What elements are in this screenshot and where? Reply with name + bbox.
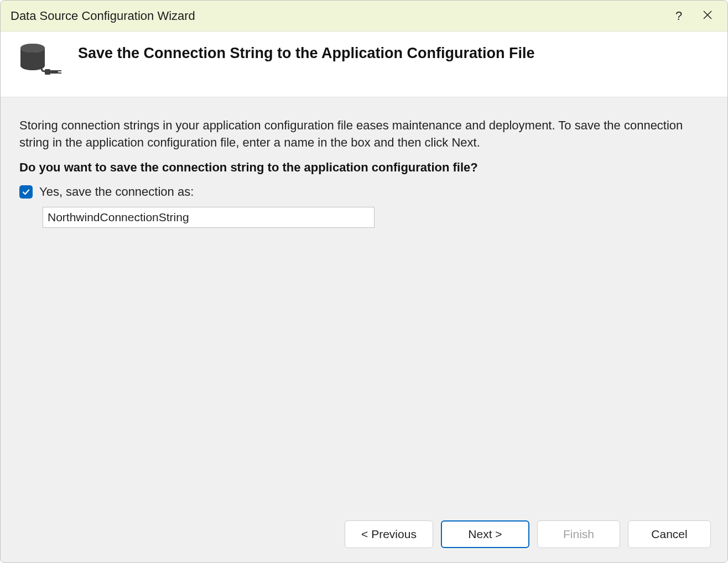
svg-point-3 bbox=[20, 44, 45, 53]
help-button[interactable]: ? bbox=[664, 1, 693, 32]
question-text: Do you want to save the connection strin… bbox=[19, 160, 709, 175]
cancel-button[interactable]: Cancel bbox=[628, 520, 711, 548]
wizard-footer: < Previous Next > Finish Cancel bbox=[1, 512, 727, 562]
save-connection-checkbox[interactable] bbox=[19, 185, 33, 199]
help-icon: ? bbox=[675, 9, 682, 23]
previous-button[interactable]: < Previous bbox=[345, 520, 433, 548]
svg-rect-5 bbox=[50, 70, 58, 74]
connection-name-input[interactable] bbox=[43, 207, 375, 228]
database-plug-icon bbox=[17, 43, 61, 81]
titlebar: Data Source Configuration Wizard ? bbox=[1, 1, 727, 32]
connection-name-wrap bbox=[19, 207, 709, 228]
description-text: Storing connection strings in your appli… bbox=[19, 117, 709, 152]
wizard-content: Storing connection strings in your appli… bbox=[1, 97, 727, 512]
page-title: Save the Connection String to the Applic… bbox=[78, 43, 535, 62]
close-button[interactable] bbox=[693, 1, 722, 32]
next-button[interactable]: Next > bbox=[441, 520, 529, 548]
wizard-window: Data Source Configuration Wizard ? bbox=[0, 0, 728, 563]
save-connection-row: Yes, save the connection as: bbox=[19, 185, 709, 199]
save-connection-label: Yes, save the connection as: bbox=[39, 185, 194, 199]
window-title: Data Source Configuration Wizard bbox=[11, 9, 664, 23]
wizard-header: Save the Connection String to the Applic… bbox=[1, 32, 727, 97]
finish-button: Finish bbox=[537, 520, 620, 548]
svg-rect-4 bbox=[45, 69, 50, 75]
close-icon bbox=[703, 9, 713, 23]
checkmark-icon bbox=[22, 187, 30, 196]
